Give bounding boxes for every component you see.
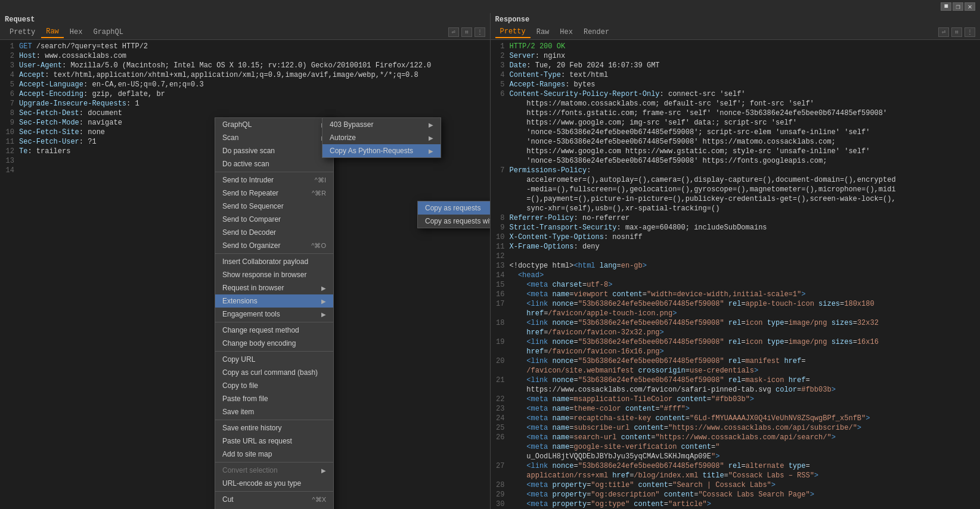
- response-wrap-btn[interactable]: ⏎: [938, 27, 949, 37]
- submenu-copy-as-requests[interactable]: Copy as requests: [418, 201, 490, 215]
- menu-url-encode-as-you-type[interactable]: URL-encode as you type: [215, 477, 333, 490]
- arrow-icon: ▶: [321, 467, 326, 474]
- submenu-copy-as-python-requests[interactable]: Copy As Python-Requests ▶: [322, 144, 441, 157]
- menu-extensions[interactable]: Extensions ▶: [215, 294, 333, 308]
- menu-engagement-tools[interactable]: Engagement tools ▶: [215, 308, 333, 321]
- response-line-19a: href=/favicon/favicon-16x16.png>: [491, 347, 981, 357]
- menu-copy-url[interactable]: Copy URL: [215, 353, 333, 366]
- menu-insert-collaborator[interactable]: Insert Collaborator payload: [215, 255, 333, 268]
- response-line-20: 20 <link nonce="53b6386e24efe5bee0b67448…: [491, 357, 981, 367]
- response-more-btn[interactable]: ⋮: [965, 27, 975, 37]
- menu-send-intruder[interactable]: Send to Intruder ^⌘I: [215, 173, 333, 187]
- submenu-403-bypasser[interactable]: 403 Bypasser ▶: [322, 118, 441, 131]
- request-line-1: 1 GET /search/?query=test HTTP/2: [0, 42, 490, 52]
- maximize-button[interactable]: ❐: [953, 2, 963, 11]
- menu-send-repeater[interactable]: Send to Repeater ^⌘R: [215, 187, 333, 200]
- menu-paste-from-file[interactable]: Paste from file: [215, 392, 333, 405]
- response-code-area[interactable]: 1 HTTP/2 200 OK 2 Server: nginx 3 Date: …: [491, 40, 981, 509]
- response-line-5: 5 Accept-Ranges: bytes: [491, 80, 981, 90]
- context-menu: GraphQL ▶ Scan ▶ Do passive scan Do acti…: [215, 117, 334, 509]
- request-line-4: 4 Accept: text/html,application/xhtml+xm…: [0, 71, 490, 80]
- menu-send-comparer[interactable]: Send to Comparer: [215, 213, 333, 226]
- response-line-7a: accelerometer=(),autoplay=(),camera=(),d…: [491, 176, 981, 185]
- tab-request-graphql[interactable]: GraphQL: [88, 27, 128, 38]
- menu-sep-7: [215, 491, 333, 492]
- menu-copy-to-file[interactable]: Copy to file: [215, 379, 333, 392]
- python-submenu: Copy as requests Copy as requests with s…: [417, 201, 490, 228]
- tab-request-hex[interactable]: Hex: [65, 27, 88, 38]
- response-line-6g: 'nonce-53b6386e24efe5bee0b674485ef59008'…: [491, 157, 981, 166]
- top-bar: ■ ❐ ✕: [0, 0, 980, 13]
- tab-response-raw[interactable]: Raw: [532, 27, 554, 38]
- menu-paste-url-as-request[interactable]: Paste URL as request: [215, 434, 333, 448]
- menu-scan[interactable]: Scan ▶: [215, 131, 333, 144]
- menu-sep-5: [215, 420, 333, 420]
- tab-request-raw[interactable]: Raw: [41, 26, 64, 38]
- menu-request-in-browser[interactable]: Request in browser ▶: [215, 281, 333, 294]
- response-format-btn[interactable]: ⌗: [951, 27, 962, 37]
- close-button[interactable]: ✕: [965, 2, 975, 11]
- minimize-button[interactable]: ■: [941, 2, 951, 11]
- response-line-8: 8 Referrer-Policy: no-referrer: [491, 214, 981, 224]
- request-line-7: 7 Upgrade-Insecure-Requests: 1: [0, 100, 490, 109]
- menu-cut[interactable]: Cut ^⌘X: [215, 493, 333, 506]
- request-code-area[interactable]: 1 GET /search/?query=test HTTP/2 2 Host:…: [0, 40, 490, 509]
- response-line-17: 17 <link nonce="53b6386e24efe5bee0b67448…: [491, 300, 981, 309]
- response-line-18: 18 <link nonce="53b6386e24efe5bee0b67448…: [491, 319, 981, 328]
- response-line-15: 15 <meta charset=utf-8>: [491, 281, 981, 290]
- menu-show-response-browser[interactable]: Show response in browser: [215, 268, 333, 281]
- response-line-12: 12: [491, 252, 981, 262]
- menu-send-organizer[interactable]: Send to Organizer ^⌘O: [215, 239, 333, 252]
- response-line-6: 6 Content-Security-Policy-Report-Only: c…: [491, 90, 981, 100]
- extensions-submenu: 403 Bypasser ▶ Autorize ▶ Copy As Python…: [322, 117, 441, 158]
- menu-change-body-encoding[interactable]: Change body encoding: [215, 337, 333, 350]
- response-line-6e: 'nonce-53b6386e24efe5bee0b674485ef59008'…: [491, 138, 981, 147]
- tab-request-pretty[interactable]: Pretty: [5, 27, 40, 38]
- response-line-7c: =(),payment=(),picture-in-picture=(),pub…: [491, 195, 981, 204]
- menu-copy[interactable]: Copy ^⌘C: [215, 506, 333, 509]
- response-line-27a: application/rss+xml href=/blog/index.xml…: [491, 471, 981, 481]
- request-line-3: 3 User-Agent: Mozilla/5.0 (Macintosh; In…: [0, 61, 490, 71]
- request-format-btn[interactable]: ⌗: [461, 27, 472, 37]
- response-line-21a: https://www.cossacklabs.com/favicon/safa…: [491, 386, 981, 395]
- menu-graphql[interactable]: GraphQL ▶: [215, 118, 333, 131]
- request-more-btn[interactable]: ⋮: [475, 27, 485, 37]
- tab-response-pretty[interactable]: Pretty: [495, 26, 531, 38]
- response-panel-title: Response: [491, 13, 981, 25]
- main-content: Request Pretty Raw Hex GraphQL ⏎ ⌗ ⋮ 1 G…: [0, 13, 980, 509]
- response-line-6c: https://www.google.com; img-src 'self' d…: [491, 119, 981, 128]
- response-line-13: 13 <!doctype html><html lang=en-gb>: [491, 262, 981, 271]
- window-controls: ■ ❐ ✕: [941, 2, 975, 11]
- menu-save-item[interactable]: Save item: [215, 405, 333, 418]
- menu-do-passive-scan[interactable]: Do passive scan: [215, 144, 333, 157]
- menu-sep-1: [215, 172, 333, 172]
- response-line-2: 2 Server: nginx: [491, 52, 981, 61]
- response-line-6d: 'nonce-53b6386e24efe5bee0b674485ef59008'…: [491, 128, 981, 138]
- response-line-26b: u_OodLH8jtVQQDEbJBYbJyu35yqCMAvLSKHJmqAp…: [491, 452, 981, 462]
- tab-response-render[interactable]: Render: [579, 27, 614, 38]
- menu-save-entire-history[interactable]: Save entire history: [215, 421, 333, 434]
- tab-response-hex[interactable]: Hex: [555, 27, 578, 38]
- menu-change-request-method[interactable]: Change request method: [215, 324, 333, 337]
- menu-copy-curl[interactable]: Copy as curl command (bash): [215, 366, 333, 379]
- menu-convert-selection[interactable]: Convert selection ▶: [215, 464, 333, 477]
- request-line-2: 2 Host: www.cossacklabs.com: [0, 52, 490, 61]
- menu-send-decoder[interactable]: Send to Decoder: [215, 226, 333, 239]
- request-line-6: 6 Accept-Encoding: gzip, deflate, br: [0, 90, 490, 100]
- response-line-14: 14 <head>: [491, 271, 981, 281]
- menu-add-to-site-map[interactable]: Add to site map: [215, 448, 333, 461]
- response-line-21: 21 <link nonce="53b6386e24efe5bee0b67448…: [491, 376, 981, 386]
- arrow-icon: ▶: [429, 122, 433, 128]
- submenu-copy-as-requests-session[interactable]: Copy as requests with session object: [418, 215, 490, 228]
- menu-do-active-scan[interactable]: Do active scan: [215, 157, 333, 170]
- request-wrap-btn[interactable]: ⏎: [448, 27, 459, 37]
- response-line-24: 24 <meta name=recaptcha-site-key content…: [491, 414, 981, 424]
- response-line-22: 22 <meta name=msapplication-TileColor co…: [491, 395, 981, 405]
- response-line-28: 28 <meta property="og:title" content="Se…: [491, 481, 981, 491]
- menu-send-sequencer[interactable]: Send to Sequencer: [215, 200, 333, 213]
- request-panel-title: Request: [0, 13, 490, 25]
- menu-sep-6: [215, 462, 333, 463]
- arrow-icon: ▶: [429, 148, 433, 154]
- response-line-7: 7 Permissions-Policy:: [491, 166, 981, 176]
- submenu-autorize[interactable]: Autorize ▶: [322, 131, 441, 144]
